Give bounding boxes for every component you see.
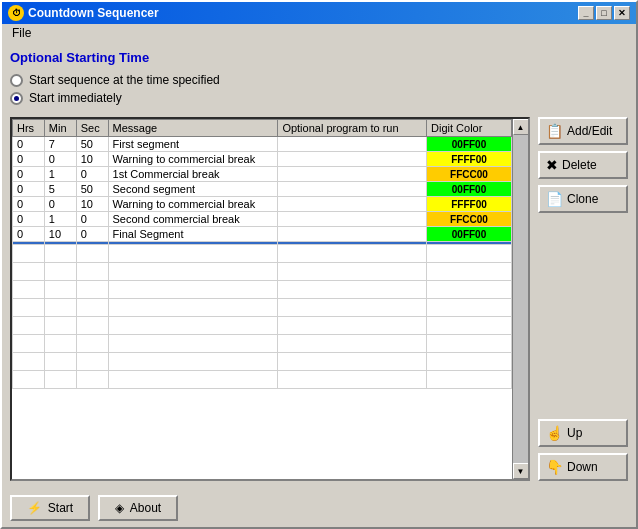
main-window: ⏱ Countdown Sequencer _ □ ✕ File Optiona… bbox=[0, 0, 638, 529]
table-container: Hrs Min Sec Message Optional program to … bbox=[10, 117, 530, 481]
table-row[interactable]: 0750First segment00FF00 bbox=[13, 137, 512, 152]
radio-row-1[interactable]: Start sequence at the time specified bbox=[10, 73, 628, 87]
radio-row-2[interactable]: Start immediately bbox=[10, 91, 628, 105]
table-cell: 0 bbox=[13, 152, 45, 167]
table-row-empty bbox=[13, 281, 512, 299]
bottom-bar: ⚡ Start ◈ About bbox=[2, 489, 636, 527]
table-row-empty bbox=[13, 353, 512, 371]
empty-cell bbox=[427, 317, 512, 335]
section-title: Optional Starting Time bbox=[10, 50, 628, 65]
empty-cell bbox=[427, 353, 512, 371]
table-cell: 1 bbox=[44, 167, 76, 182]
empty-cell bbox=[13, 299, 45, 317]
empty-cell bbox=[76, 263, 108, 281]
up-button[interactable]: ☝ Up bbox=[538, 419, 628, 447]
title-bar-left: ⏱ Countdown Sequencer bbox=[8, 5, 159, 21]
table-cell bbox=[278, 152, 427, 167]
down-button[interactable]: 👇 Down bbox=[538, 453, 628, 481]
table-row[interactable]: 0100Final Segment00FF00 bbox=[13, 227, 512, 242]
start-icon: ⚡ bbox=[27, 501, 42, 515]
empty-cell bbox=[76, 353, 108, 371]
table-content: Hrs Min Sec Message Optional program to … bbox=[12, 119, 512, 479]
file-menu[interactable]: File bbox=[6, 24, 37, 42]
empty-cell bbox=[44, 281, 76, 299]
scroll-down-btn[interactable]: ▼ bbox=[513, 463, 529, 479]
empty-cell bbox=[278, 353, 427, 371]
add-edit-button[interactable]: 📋 Add/Edit bbox=[538, 117, 628, 145]
table-row[interactable]: 0010Warning to commercial breakFFFF00 bbox=[13, 197, 512, 212]
about-icon: ◈ bbox=[115, 501, 124, 515]
empty-cell bbox=[44, 371, 76, 389]
col-sec: Sec bbox=[76, 120, 108, 137]
content-area: Optional Starting Time Start sequence at… bbox=[2, 42, 636, 489]
empty-cell bbox=[108, 335, 278, 353]
table-cell: 0 bbox=[13, 212, 45, 227]
about-button[interactable]: ◈ About bbox=[98, 495, 178, 521]
empty-cell bbox=[427, 335, 512, 353]
table-row-empty bbox=[13, 245, 512, 263]
table-row-empty bbox=[13, 299, 512, 317]
radio-start-immediately[interactable] bbox=[10, 92, 23, 105]
main-area: Hrs Min Sec Message Optional program to … bbox=[10, 117, 628, 481]
empty-cell bbox=[76, 299, 108, 317]
radio-label-2: Start immediately bbox=[29, 91, 122, 105]
table-cell: 10 bbox=[76, 152, 108, 167]
clone-button[interactable]: 📄 Clone bbox=[538, 185, 628, 213]
empty-cell bbox=[278, 335, 427, 353]
empty-cell bbox=[108, 371, 278, 389]
empty-cell bbox=[44, 353, 76, 371]
table-cell: 50 bbox=[76, 182, 108, 197]
delete-button[interactable]: ✖ Delete bbox=[538, 151, 628, 179]
table-cell bbox=[278, 137, 427, 152]
table-row[interactable]: 0010Warning to commercial breakFFFF00 bbox=[13, 152, 512, 167]
delete-icon: ✖ bbox=[546, 157, 558, 173]
empty-cell bbox=[13, 281, 45, 299]
table-cell: 0 bbox=[76, 167, 108, 182]
col-program: Optional program to run bbox=[278, 120, 427, 137]
empty-cell bbox=[108, 353, 278, 371]
empty-cell bbox=[427, 245, 512, 263]
table-cell: 5 bbox=[44, 182, 76, 197]
radio-start-at-time[interactable] bbox=[10, 74, 23, 87]
minimize-button[interactable]: _ bbox=[578, 6, 594, 20]
table-row-empty bbox=[13, 335, 512, 353]
empty-cell bbox=[76, 335, 108, 353]
table-row-empty bbox=[13, 371, 512, 389]
empty-cell bbox=[13, 353, 45, 371]
maximize-button[interactable]: □ bbox=[596, 6, 612, 20]
table-cell: 0 bbox=[76, 227, 108, 242]
down-label: Down bbox=[567, 460, 598, 474]
right-panel: 📋 Add/Edit ✖ Delete 📄 Clone ☝ Up 👇 bbox=[538, 117, 628, 481]
scrollbar[interactable]: ▲ ▼ bbox=[512, 119, 528, 479]
radio-group: Start sequence at the time specified Sta… bbox=[10, 73, 628, 105]
empty-cell bbox=[278, 299, 427, 317]
empty-cell bbox=[108, 245, 278, 263]
table-cell: Warning to commercial break bbox=[108, 197, 278, 212]
scroll-up-btn[interactable]: ▲ bbox=[513, 119, 529, 135]
empty-cell bbox=[76, 371, 108, 389]
table-body: 0750First segment00FF000010Warning to co… bbox=[13, 137, 512, 389]
close-button[interactable]: ✕ bbox=[614, 6, 630, 20]
empty-cell bbox=[76, 317, 108, 335]
empty-cell bbox=[13, 245, 45, 263]
table-cell: 1st Commercial break bbox=[108, 167, 278, 182]
window-title: Countdown Sequencer bbox=[28, 6, 159, 20]
empty-cell bbox=[44, 299, 76, 317]
empty-cell bbox=[278, 263, 427, 281]
table-cell: 1 bbox=[44, 212, 76, 227]
table-cell: Second segment bbox=[108, 182, 278, 197]
table-cell: 0 bbox=[44, 152, 76, 167]
empty-cell bbox=[76, 281, 108, 299]
table-row-empty bbox=[13, 317, 512, 335]
table-cell: Final Segment bbox=[108, 227, 278, 242]
empty-cell bbox=[13, 317, 45, 335]
table-row[interactable]: 0550Second segment00FF00 bbox=[13, 182, 512, 197]
col-message: Message bbox=[108, 120, 278, 137]
start-button[interactable]: ⚡ Start bbox=[10, 495, 90, 521]
table-cell: First segment bbox=[108, 137, 278, 152]
empty-cell bbox=[278, 245, 427, 263]
table-row[interactable]: 0101st Commercial breakFFCC00 bbox=[13, 167, 512, 182]
table-cell: 10 bbox=[44, 227, 76, 242]
table-row[interactable]: 010Second commercial breakFFCC00 bbox=[13, 212, 512, 227]
color-cell: 00FF00 bbox=[427, 182, 512, 197]
